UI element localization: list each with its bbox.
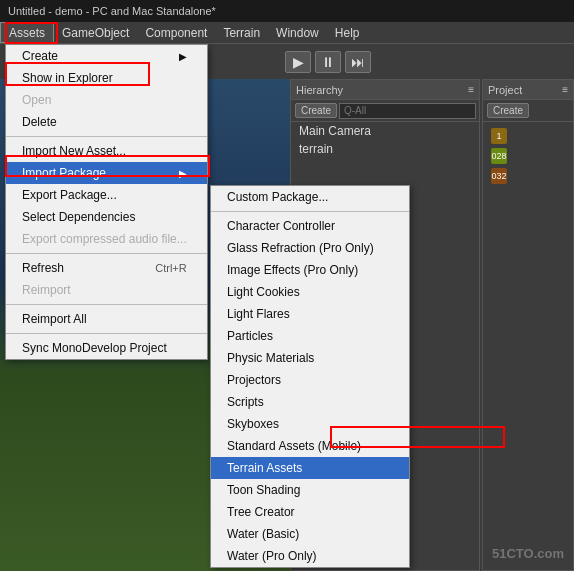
pkg-scripts[interactable]: Scripts	[211, 391, 409, 413]
hierarchy-create-btn[interactable]: Create	[295, 103, 337, 118]
menu-import-new-asset[interactable]: Import New Asset...	[6, 140, 207, 162]
menu-reimport: Reimport	[6, 279, 207, 301]
pkg-light-cookies[interactable]: Light Cookies	[211, 281, 409, 303]
menu-export-audio: Export compressed audio file...	[6, 228, 207, 250]
menu-show-in-explorer[interactable]: Show in Explorer	[6, 67, 207, 89]
separator-1	[6, 136, 207, 137]
project-panel: Project ≡ Create 1 028 032	[482, 79, 574, 571]
menu-create[interactable]: Create ▶	[6, 45, 207, 67]
pkg-standard-assets-mobile[interactable]: Standard Assets (Mobile)	[211, 435, 409, 457]
title-text: Untitled - demo - PC and Mac Standalone*	[8, 5, 216, 17]
project-items: 1 028 032	[483, 122, 573, 190]
pkg-sep-1	[211, 211, 409, 212]
hierarchy-item-terrain[interactable]: terrain	[291, 140, 479, 158]
menu-window[interactable]: Window	[268, 22, 327, 43]
pkg-particles[interactable]: Particles	[211, 325, 409, 347]
pkg-terrain-assets[interactable]: Terrain Assets	[211, 457, 409, 479]
asset-icon-1: 1	[491, 128, 507, 144]
menu-export-package[interactable]: Export Package...	[6, 184, 207, 206]
hierarchy-header: Hierarchy ≡	[291, 80, 479, 100]
pkg-image-effects[interactable]: Image Effects (Pro Only)	[211, 259, 409, 281]
menu-sync-monodevelop[interactable]: Sync MonoDevelop Project	[6, 337, 207, 359]
pkg-character-controller[interactable]: Character Controller	[211, 215, 409, 237]
pkg-light-flares[interactable]: Light Flares	[211, 303, 409, 325]
pkg-water-pro[interactable]: Water (Pro Only)	[211, 545, 409, 567]
menu-component[interactable]: Component	[137, 22, 215, 43]
pkg-glass-refraction[interactable]: Glass Refraction (Pro Only)	[211, 237, 409, 259]
project-item-3[interactable]: 032	[487, 166, 569, 186]
project-collapse-icon[interactable]: ≡	[562, 84, 568, 95]
assets-dropdown: Create ▶ Show in Explorer Open Delete Im…	[5, 44, 208, 360]
pkg-toon-shading[interactable]: Toon Shading	[211, 479, 409, 501]
pkg-custom[interactable]: Custom Package...	[211, 186, 409, 208]
separator-3	[6, 304, 207, 305]
hierarchy-toolbar: Create	[291, 100, 479, 122]
project-item-1[interactable]: 1	[487, 126, 569, 146]
menu-help[interactable]: Help	[327, 22, 368, 43]
pkg-skyboxes[interactable]: Skyboxes	[211, 413, 409, 435]
menu-import-package[interactable]: Import Package ▶	[6, 162, 207, 184]
menu-select-dependencies[interactable]: Select Dependencies	[6, 206, 207, 228]
menu-delete[interactable]: Delete	[6, 111, 207, 133]
watermark: 51CTO.com	[492, 546, 564, 561]
pkg-tree-creator[interactable]: Tree Creator	[211, 501, 409, 523]
separator-4	[6, 333, 207, 334]
pkg-physic-materials[interactable]: Physic Materials	[211, 347, 409, 369]
menu-assets[interactable]: Assets	[0, 22, 54, 43]
separator-2	[6, 253, 207, 254]
title-bar: Untitled - demo - PC and Mac Standalone*	[0, 0, 574, 22]
hierarchy-item-camera[interactable]: Main Camera	[291, 122, 479, 140]
project-toolbar: Create	[483, 100, 573, 122]
menu-bar: Assets GameObject Component Terrain Wind…	[0, 22, 574, 44]
menu-refresh[interactable]: Refresh Ctrl+R	[6, 257, 207, 279]
import-package-arrow-icon: ▶	[179, 168, 187, 179]
project-create-btn[interactable]: Create	[487, 103, 529, 118]
import-package-submenu: Custom Package... Character Controller G…	[210, 185, 410, 568]
menu-terrain[interactable]: Terrain	[215, 22, 268, 43]
pkg-water-basic[interactable]: Water (Basic)	[211, 523, 409, 545]
pkg-projectors[interactable]: Projectors	[211, 369, 409, 391]
project-header: Project ≡	[483, 80, 573, 100]
menu-open: Open	[6, 89, 207, 111]
menu-reimport-all[interactable]: Reimport All	[6, 308, 207, 330]
hierarchy-title: Hierarchy	[296, 84, 343, 96]
hierarchy-collapse-icon[interactable]: ≡	[468, 84, 474, 95]
refresh-shortcut: Ctrl+R	[155, 262, 186, 274]
project-item-2[interactable]: 028	[487, 146, 569, 166]
arrow-icon: ▶	[179, 51, 187, 62]
project-title: Project	[488, 84, 522, 96]
hierarchy-search[interactable]	[339, 103, 476, 119]
asset-icon-2: 028	[491, 148, 507, 164]
menu-gameobject[interactable]: GameObject	[54, 22, 137, 43]
asset-icon-3: 032	[491, 168, 507, 184]
